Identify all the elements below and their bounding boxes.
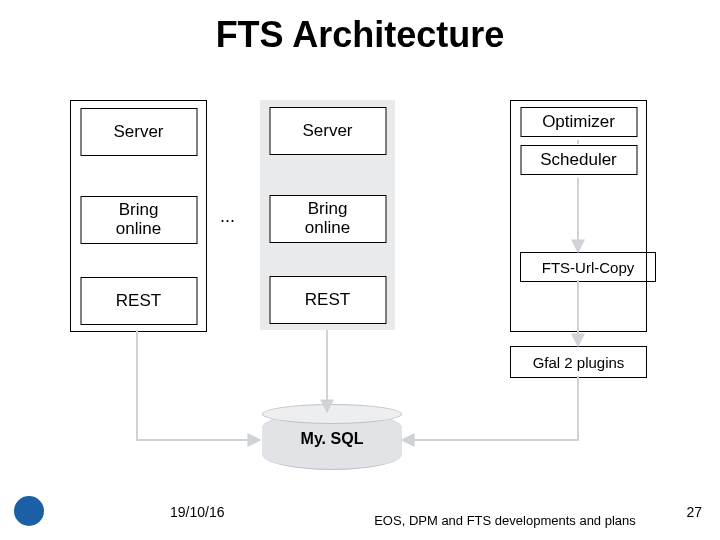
ellipsis-icon: ... — [220, 206, 235, 227]
box-gfal2-plugins: Gfal 2 plugins — [510, 346, 647, 378]
box-rest-left: REST — [80, 277, 197, 325]
column-middle-outer: Server Bring online REST — [260, 100, 395, 330]
box-rest-middle: REST — [269, 276, 386, 324]
footer-date: 19/10/16 — [170, 504, 225, 520]
box-scheduler: Scheduler — [520, 145, 637, 175]
box-server-left: Server — [80, 108, 197, 156]
footer-page-number: 27 — [686, 504, 702, 520]
footer-caption: EOS, DPM and FTS developments and plans — [370, 513, 640, 528]
slide-title: FTS Architecture — [0, 14, 720, 56]
box-bring-online-middle: Bring online — [269, 195, 386, 243]
box-fts-url-copy: FTS-Url-Copy — [520, 252, 656, 282]
mysql-label: My. SQL — [262, 430, 402, 448]
box-bring-online-left: Bring online — [80, 196, 197, 244]
slide: FTS Architecture Server Bring online RES… — [0, 0, 720, 540]
box-optimizer: Optimizer — [520, 107, 637, 137]
column-left-outer: Server Bring online REST — [70, 100, 207, 332]
box-server-middle: Server — [269, 107, 386, 155]
column-right-outer: Optimizer Scheduler — [510, 100, 647, 332]
footer-logo-icon — [14, 496, 44, 526]
